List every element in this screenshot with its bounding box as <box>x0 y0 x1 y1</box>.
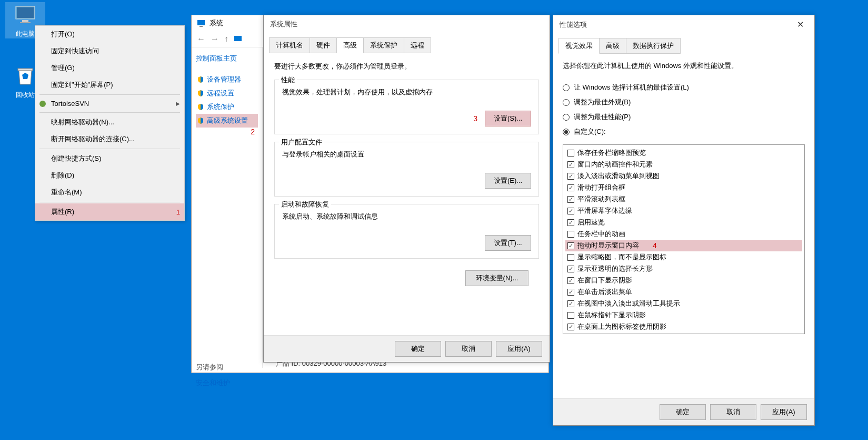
checkbox-label: 平滑屏幕字体边缘 <box>577 206 632 216</box>
tab-visual-effects[interactable]: 视觉效果 <box>558 38 600 54</box>
svg-rect-3 <box>20 22 31 23</box>
checkbox-item[interactable]: 显示缩略图，而不是显示图标 <box>565 251 802 263</box>
menu-map-drive[interactable]: 映射网络驱动器(N)... <box>35 114 184 131</box>
menu-open[interactable]: 打开(O) <box>35 26 184 43</box>
tab-hardware[interactable]: 硬件 <box>310 37 337 53</box>
checkbox-item[interactable]: 平滑屏幕字体边缘 <box>565 205 802 217</box>
close-button[interactable]: ✕ <box>793 19 808 30</box>
radio-best-appearance[interactable]: 调整为最佳外观(B) <box>563 95 805 110</box>
menu-create-shortcut[interactable]: 创建快捷方式(S) <box>35 150 184 167</box>
performance-settings-button[interactable]: 设置(S)... <box>485 111 531 126</box>
user-profile-settings-button[interactable]: 设置(E)... <box>485 173 531 189</box>
annotation-2: 2 <box>251 128 255 136</box>
ok-button[interactable]: 确定 <box>395 341 441 357</box>
checkbox-label: 窗口内的动画控件和元素 <box>577 160 653 169</box>
checkbox-item[interactable]: 任务栏中的动画 <box>565 228 802 240</box>
checkbox-label: 在桌面上为图标标签使用阴影 <box>577 322 666 331</box>
menu-disconnect-drive[interactable]: 断开网络驱动器的连接(C)... <box>35 131 184 148</box>
checkbox-item[interactable]: 滑动打开组合框 <box>565 182 802 193</box>
visual-effects-checkbox-list[interactable]: 保存任务栏缩略图预览窗口内的动画控件和元素淡入淡出或滑动菜单到视图滑动打开组合框… <box>563 144 805 334</box>
checkbox-icon <box>567 289 574 296</box>
tab-system-protection[interactable]: 系统保护 <box>363 37 404 53</box>
checkbox-label: 在鼠标指针下显示阴影 <box>577 310 646 320</box>
checkbox-icon <box>567 219 574 226</box>
device-manager-link[interactable]: 设备管理器 <box>196 73 258 86</box>
dialog-button-row: 确定 取消 应用(A) <box>553 398 814 425</box>
forward-button[interactable]: → <box>211 34 219 44</box>
radio-icon <box>563 99 570 106</box>
svg-rect-8 <box>234 36 242 41</box>
cancel-button[interactable]: 取消 <box>710 404 756 420</box>
menu-rename[interactable]: 重命名(M) <box>35 184 184 201</box>
menu-pin-start[interactable]: 固定到"开始"屏幕(P) <box>35 76 184 93</box>
startup-settings-button[interactable]: 设置(T)... <box>485 235 531 251</box>
menu-separator <box>39 149 180 149</box>
checkbox-label: 滑动打开组合框 <box>577 183 625 192</box>
menu-manage[interactable]: 管理(G) <box>35 60 184 76</box>
groupbox-desc: 与登录帐户相关的桌面设置 <box>282 150 531 159</box>
radio-icon <box>563 129 570 135</box>
checkbox-item[interactable]: 在鼠标指针下显示阴影 <box>565 309 802 321</box>
checkbox-item[interactable]: 平滑滚动列表框 <box>565 193 802 205</box>
tab-advanced[interactable]: 高级 <box>336 37 364 53</box>
startup-recovery-groupbox: 启动和故障恢复 系统启动、系统故障和调试信息 设置(T)... <box>274 204 539 259</box>
svg-rect-6 <box>197 20 205 25</box>
dialog-title-text: 性能选项 <box>560 20 587 30</box>
tab-computer-name[interactable]: 计算机名 <box>269 37 310 53</box>
radio-custom[interactable]: 自定义(C): <box>563 124 805 139</box>
up-button[interactable]: ↑ <box>224 34 228 44</box>
checkbox-icon <box>567 161 574 168</box>
menu-pin-quick-access[interactable]: 固定到快速访问 <box>35 43 184 60</box>
checkbox-icon <box>567 300 574 307</box>
radio-icon <box>563 84 570 91</box>
user-profile-groupbox: 用户配置文件 与登录帐户相关的桌面设置 设置(E)... <box>274 142 539 197</box>
apply-button[interactable]: 应用(A) <box>761 404 807 420</box>
checkbox-item[interactable]: 在窗口下显示阴影 <box>565 275 802 286</box>
shield-icon <box>197 76 204 83</box>
ok-button[interactable]: 确定 <box>660 404 706 420</box>
sidebar: 控制面板主页 设备管理器 远程设置 系统保护 高级系统设置 2 另请参阅 安全和… <box>192 47 263 368</box>
radio-best-performance[interactable]: 调整为最佳性能(P) <box>563 110 805 124</box>
checkbox-item[interactable]: 在桌面上为图标标签使用阴影 <box>565 321 802 333</box>
advanced-system-settings-link[interactable]: 高级系统设置 <box>196 114 258 128</box>
menu-delete[interactable]: 删除(D) <box>35 167 184 184</box>
groupbox-desc: 视觉效果，处理器计划，内存使用，以及虚拟内存 <box>282 87 531 97</box>
checkbox-item[interactable]: 淡入淡出或滑动菜单到视图 <box>565 170 802 182</box>
radio-let-windows[interactable]: 让 Windows 选择计算机的最佳设置(L) <box>563 80 805 95</box>
shield-icon <box>197 103 204 111</box>
checkbox-item[interactable]: 显示亚透明的选择长方形 <box>565 263 802 275</box>
menu-tortoisesvn[interactable]: TortoiseSVN ▶ <box>35 96 184 111</box>
checkbox-label: 任务栏中的动画 <box>577 229 625 239</box>
recycle-bin-icon <box>13 63 38 89</box>
checkbox-label: 启用速览 <box>577 218 605 227</box>
control-panel-home-link[interactable]: 控制面板主页 <box>196 54 258 63</box>
groupbox-desc: 系统启动、系统故障和调试信息 <box>282 212 531 221</box>
groupbox-title: 启动和故障恢复 <box>279 200 331 209</box>
admin-note: 要进行大多数更改，你必须作为管理员登录。 <box>274 62 539 71</box>
cancel-button[interactable]: 取消 <box>445 341 492 357</box>
tortoise-icon <box>38 100 47 108</box>
security-maintenance-link[interactable]: 安全和维护 <box>196 378 258 388</box>
checkbox-item[interactable]: 启用速览 <box>565 217 802 228</box>
checkbox-label: 平滑滚动列表框 <box>577 194 625 204</box>
tab-content: 要进行大多数更改，你必须作为管理员登录。 性能 视觉效果，处理器计划，内存使用，… <box>264 53 550 299</box>
checkbox-icon <box>567 184 574 191</box>
context-menu: 打开(O) 固定到快速访问 管理(G) 固定到"开始"屏幕(P) Tortois… <box>35 25 185 221</box>
checkbox-item[interactable]: 拖动时显示窗口内容4 <box>565 240 802 251</box>
environment-variables-button[interactable]: 环境变量(N)... <box>465 270 528 286</box>
checkbox-item[interactable]: 在单击后淡出菜单 <box>565 286 802 298</box>
tab-dep[interactable]: 数据执行保护 <box>626 38 681 54</box>
remote-settings-link[interactable]: 远程设置 <box>196 86 258 100</box>
tab-advanced[interactable]: 高级 <box>599 38 626 54</box>
checkbox-item[interactable]: 保存任务栏缩略图预览 <box>565 147 802 159</box>
checkbox-item[interactable]: 窗口内的动画控件和元素 <box>565 159 802 170</box>
menu-properties[interactable]: 属性(R) 1 <box>35 203 184 220</box>
annotation-1: 1 <box>176 208 180 216</box>
tab-remote[interactable]: 远程 <box>404 37 431 53</box>
checkbox-item[interactable]: 在视图中淡入淡出或滑动工具提示 <box>565 298 802 309</box>
back-button[interactable]: ← <box>197 34 205 44</box>
system-protection-link[interactable]: 系统保护 <box>196 100 258 114</box>
checkbox-icon <box>567 208 574 214</box>
checkbox-item[interactable]: 在最大化和最小化时显示窗口动画 <box>565 333 802 334</box>
apply-button[interactable]: 应用(A) <box>496 341 542 357</box>
